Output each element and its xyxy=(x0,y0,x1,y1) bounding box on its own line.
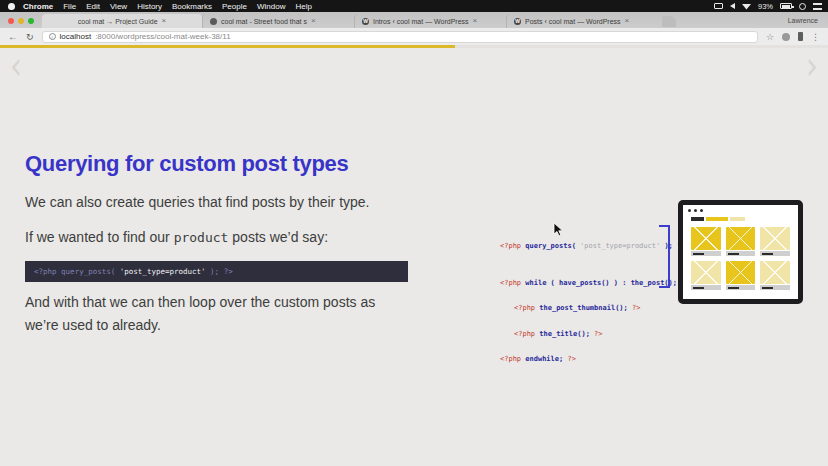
post-card xyxy=(691,227,721,256)
code-token: ); ?> xyxy=(206,267,233,276)
mockup-navbar xyxy=(691,217,798,221)
page-title: Querying for custom post types xyxy=(25,151,349,177)
caption-placeholder xyxy=(726,285,756,290)
nav-segment xyxy=(730,217,745,221)
tab-street-food[interactable]: cool mat - Street food that s × xyxy=(202,14,354,28)
php-close-tag: ?> xyxy=(594,330,602,338)
apple-menu-icon[interactable] xyxy=(8,3,15,10)
code-token: the_title(); xyxy=(539,330,594,338)
tab-close-icon[interactable]: × xyxy=(473,17,478,25)
tab-close-icon[interactable]: × xyxy=(625,17,630,25)
clock-icon[interactable] xyxy=(799,3,806,10)
display-icon[interactable] xyxy=(714,3,723,9)
volume-icon[interactable] xyxy=(730,3,735,9)
site-info-icon[interactable]: i xyxy=(49,33,56,40)
new-tab-button[interactable] xyxy=(662,16,676,27)
window-controls xyxy=(0,18,42,28)
back-button[interactable]: ← xyxy=(8,32,18,42)
code-token: while ( have_posts() ) : the_post(); xyxy=(525,279,681,287)
code-line: <?php endwhile; ?> xyxy=(500,355,690,364)
tab-title: Intros ‹ cool mat — WordPress xyxy=(373,18,469,25)
paragraph-intro: We can also create queries that find pos… xyxy=(25,194,369,210)
tab-title: cool mat - Street food that s xyxy=(221,18,307,25)
mouse-cursor-icon xyxy=(553,222,564,237)
menubar-item-window[interactable]: Window xyxy=(257,2,285,11)
extension-icon[interactable] xyxy=(798,32,803,41)
image-placeholder-icon xyxy=(691,227,721,250)
battery-percent: 93% xyxy=(758,2,773,11)
code-token: query_posts( xyxy=(525,242,580,250)
bookmark-star-icon[interactable]: ☆ xyxy=(766,32,774,42)
caption-placeholder xyxy=(760,285,790,290)
tab-title: cool mat → Project Guide xyxy=(78,18,158,25)
menubar-item-bookmarks[interactable]: Bookmarks xyxy=(172,2,212,11)
code-token: 'post_type=product' xyxy=(120,267,206,276)
address-bar[interactable]: i localhost:8000/wordpress/cool-mat-week… xyxy=(42,31,758,43)
image-placeholder-icon xyxy=(726,261,756,284)
paragraph-loop: And with that we can then loop over the … xyxy=(25,291,405,336)
browser-mockup xyxy=(678,200,803,304)
text: posts we’d say: xyxy=(228,229,328,245)
caption-placeholder xyxy=(691,285,721,290)
notification-center-icon[interactable] xyxy=(813,3,822,10)
reload-button[interactable]: ↻ xyxy=(26,32,34,42)
php-open-tag: <?php xyxy=(500,279,525,287)
post-card xyxy=(760,261,790,290)
profile-name[interactable]: Lawrence xyxy=(788,17,828,28)
tab-posts-wordpress[interactable]: W Posts ‹ cool mat — WordPress × xyxy=(506,14,658,28)
wordpress-favicon-icon: W xyxy=(514,18,521,25)
prev-slide-chevron-icon[interactable]: ‹ xyxy=(10,43,22,89)
tab-intros-wordpress[interactable]: W Intros ‹ cool mat — WordPress × xyxy=(354,14,506,28)
code-string: 'post_type=product' xyxy=(580,242,660,250)
caption-placeholder xyxy=(760,251,790,256)
tab-strip: cool mat → Project Guide × cool mat - St… xyxy=(0,12,828,28)
window-zoom-button[interactable] xyxy=(28,18,34,24)
post-card xyxy=(726,261,756,290)
menubar-item-history[interactable]: History xyxy=(137,2,162,11)
image-placeholder-icon xyxy=(760,261,790,284)
image-placeholder-icon xyxy=(691,261,721,284)
post-card xyxy=(726,227,756,256)
menubar-item-help[interactable]: Help xyxy=(295,2,311,11)
code-line: <?php the_title(); ?> xyxy=(500,330,690,339)
tab-project-guide[interactable]: cool mat → Project Guide × xyxy=(42,14,202,28)
post-card xyxy=(760,227,790,256)
tab-close-icon[interactable]: × xyxy=(311,17,316,25)
window-minimize-button[interactable] xyxy=(18,18,24,24)
nav-segment xyxy=(691,217,704,221)
wifi-icon[interactable] xyxy=(742,3,751,10)
menubar-item-file[interactable]: File xyxy=(63,2,76,11)
mockup-window-dots-icon xyxy=(683,205,798,212)
php-close-tag: ?> xyxy=(632,304,640,312)
menubar-status-icons: 93% xyxy=(714,2,822,11)
tab-title: Posts ‹ cool mat — WordPress xyxy=(525,18,621,25)
window-close-button[interactable] xyxy=(8,18,14,24)
tab-close-icon[interactable]: × xyxy=(162,17,167,25)
battery-icon xyxy=(780,3,792,9)
menubar-item-people[interactable]: People xyxy=(222,2,247,11)
text: If we wanted to find our xyxy=(25,229,174,245)
next-slide-chevron-icon[interactable]: › xyxy=(806,43,818,89)
globe-favicon-icon xyxy=(210,18,217,25)
menubar-item-edit[interactable]: Edit xyxy=(86,2,100,11)
macos-menubar: Chrome File Edit View History Bookmarks … xyxy=(0,0,828,12)
paragraph-product: If we wanted to find our product posts w… xyxy=(25,229,328,245)
chrome-menu-icon[interactable]: ⋮ xyxy=(811,32,820,42)
mockup-post-grid xyxy=(691,227,790,290)
post-card xyxy=(691,261,721,290)
caption-placeholder xyxy=(726,251,756,256)
caption-placeholder xyxy=(691,251,721,256)
image-placeholder-icon xyxy=(726,227,756,250)
image-placeholder-icon xyxy=(760,227,790,250)
menubar-item-chrome[interactable]: Chrome xyxy=(23,2,53,11)
code-token: endwhile; xyxy=(525,355,567,363)
nav-segment xyxy=(706,217,728,221)
slide-page: ‹ › Querying for custom post types We ca… xyxy=(0,48,828,466)
code-block: <?php query_posts( 'post_type=product' )… xyxy=(25,261,408,282)
php-open-tag: <?php xyxy=(500,242,525,250)
menubar-item-view[interactable]: View xyxy=(110,2,127,11)
extension-icon[interactable] xyxy=(782,33,790,41)
php-open-tag: <?php xyxy=(500,355,525,363)
code-token: the_post_thumbnail(); xyxy=(539,304,632,312)
wordpress-favicon-icon: W xyxy=(362,18,369,25)
